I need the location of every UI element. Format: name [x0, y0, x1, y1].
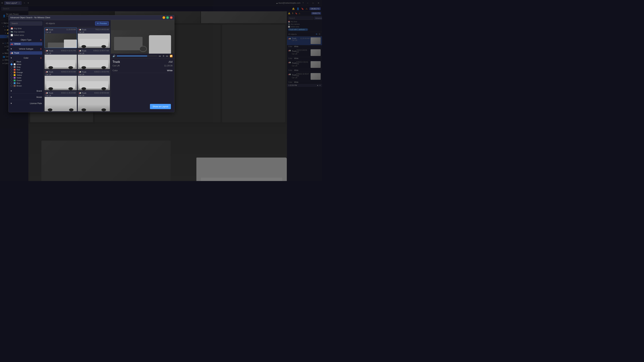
any-time-option[interactable]: 📅 Any time	[10, 27, 42, 30]
color-radio-yellow	[10, 74, 12, 76]
detail-video-controls: 🔊 ⏮ ⏸ ⏭ 🔁	[111, 54, 174, 58]
detail-volume-icon[interactable]: 🔊	[112, 55, 116, 57]
subtype-arrow-icon: ▼	[10, 48, 12, 50]
license-plate-label: License Plate	[30, 102, 42, 105]
detail-progress-bar[interactable]	[117, 56, 157, 56]
color-orange-label: Orange	[16, 71, 23, 73]
detail-video-area	[111, 20, 174, 54]
truck-option[interactable]: 🚛 Truck	[10, 51, 42, 55]
select-area-option[interactable]: ⬜ Select area	[10, 33, 42, 37]
dialog-close-button[interactable]: ✕	[170, 16, 172, 19]
vehicle-label: Vehicle	[14, 43, 21, 45]
color-radio-green	[10, 79, 12, 81]
detail-color-attribute: Color White	[112, 68, 172, 73]
detail-pause-icon[interactable]: ⏸	[162, 55, 165, 57]
advanced-object-search-dialog: Advanced Object Search - Nx Witness Clie…	[8, 15, 174, 112]
dialog-search-area	[10, 21, 42, 25]
color-red[interactable]: Red	[10, 68, 42, 71]
dialog-body: 📅 Any time 📷 Any camera ⬜ Select area	[8, 20, 174, 112]
detail-loop-icon[interactable]: 🔁	[170, 55, 172, 57]
result-header-4: 🚛 Truck 6/30/22 10:49:47 AM	[78, 49, 110, 52]
result-truck-icon-1: 🚛	[46, 28, 48, 31]
color-swatch-brown	[14, 85, 16, 87]
result-item-6[interactable]: 🚛 Truck 6/28/22 1:54:50 PM Car Lift	[78, 70, 110, 90]
detail-step-back-icon[interactable]: ⏮	[159, 55, 161, 57]
object-type-arrow-icon: ▼	[10, 39, 12, 41]
truck-filter-label: Truck	[14, 52, 19, 54]
color-white[interactable]: White	[10, 63, 42, 66]
dialog-overlay: Advanced Object Search - Nx Witness Clie…	[0, 0, 322, 181]
result-item-7[interactable]: 🚛 Truck 6/3/22 11:35:23 AM Car Lift	[44, 91, 77, 111]
dialog-filter-panel: 📅 Any time 📷 Any camera ⬜ Select area	[8, 20, 44, 112]
color-green[interactable]: Green	[10, 79, 42, 82]
dialog-maximize-button[interactable]: □	[166, 16, 169, 19]
result-header-1: 🚛 Truck 11:29:36 AM	[44, 28, 77, 31]
result-truck-icon-2: 🚛	[79, 28, 81, 31]
color-header[interactable]: ▼ Color ✕	[10, 56, 42, 60]
vehicle-option[interactable]: 🚗 Vehicle	[10, 42, 42, 45]
color-swatch-black	[14, 61, 16, 63]
result-item-1[interactable]: 🚛 Truck 11:29:36 AM Car Lift	[44, 28, 77, 48]
detail-step-forward-icon[interactable]: ⏭	[166, 55, 168, 57]
detail-color-value: White	[167, 69, 172, 72]
result-header-7: 🚛 Truck 6/3/22 11:35:23 AM	[44, 91, 77, 95]
object-type-remove-icon[interactable]: ✕	[40, 38, 42, 41]
model-header[interactable]: ▼ Model	[10, 95, 42, 99]
result-item-2[interactable]: 🚛 Truck 7/6/22 8:49:55 AM Car Lift	[78, 28, 110, 48]
any-camera-option[interactable]: 📷 Any camera	[10, 30, 42, 33]
area-select-icon: ⬜	[10, 34, 13, 36]
result-truck-icon-6: 🚛	[79, 71, 81, 73]
model-section: ▼ Model	[10, 95, 42, 100]
result-thumb-6	[78, 76, 110, 90]
result-thumb-7	[44, 97, 77, 111]
vehicle-subtype-header[interactable]: ▼ Vehicle Subtype ✕	[10, 47, 42, 51]
color-brown[interactable]: Brown	[10, 84, 42, 87]
result-header-2: 🚛 Truck 7/6/22 8:49:55 AM	[78, 28, 110, 31]
select-area-label: Select area	[14, 34, 24, 36]
color-black[interactable]: Black	[10, 60, 42, 63]
brand-arrow-icon: ▼	[10, 90, 12, 92]
detail-timestamp-text: 11:29:36	[164, 64, 172, 68]
result-location-2: Car Lift	[78, 31, 110, 33]
result-item-8[interactable]: 🚛 Truck 6/3/22 10:00:58 AM Car Lift	[78, 91, 110, 111]
color-red-label: Red	[16, 69, 20, 71]
dialog-title-text: Advanced Object Search - Nx Witness Clie…	[10, 16, 162, 19]
color-gray[interactable]: Gray	[10, 66, 42, 68]
result-header-6: 🚛 Truck 6/28/22 1:54:50 PM	[78, 70, 110, 73]
brand-header[interactable]: ▼ Brand	[10, 89, 42, 93]
brand-section: ▼ Brand	[10, 88, 42, 94]
result-item-5[interactable]: 🚛 Truck 6/29/22 8:34:43 AM Car Lift	[44, 70, 77, 90]
color-violet[interactable]: Violet	[10, 76, 42, 79]
result-time-7: 6/3/22 11:35:23 AM	[61, 92, 76, 94]
color-radio-gray	[10, 66, 12, 68]
result-location-8: Car Lift	[78, 95, 110, 97]
color-remove-icon[interactable]: ✕	[40, 57, 42, 59]
color-orange[interactable]: Orange	[10, 71, 42, 74]
color-yellow[interactable]: Yellow	[10, 74, 42, 76]
dialog-search-input[interactable]	[10, 21, 42, 25]
eye-icon: 👁	[97, 22, 99, 25]
subtype-remove-icon[interactable]: ✕	[40, 48, 42, 50]
result-header-5: 🚛 Truck 6/29/22 8:34:43 AM	[44, 70, 77, 73]
detail-title-row: Truck AM	[112, 60, 172, 64]
result-item-4[interactable]: 🚛 Truck 6/30/22 10:49:47 AM Car Lift	[78, 49, 110, 69]
result-thumb-5	[44, 76, 77, 90]
preview-button[interactable]: 👁 Preview	[95, 21, 109, 25]
dialog-minimize-button[interactable]: ─	[162, 16, 165, 19]
detail-location-timestamp-row: Car Lift 11:29:36	[112, 64, 172, 68]
license-header[interactable]: ▼ License Plate	[10, 102, 42, 105]
result-item-3[interactable]: 🚛 Truck 6/30/22 4:32:41 PM Car Lift	[44, 49, 77, 69]
color-blue[interactable]: Blue	[10, 82, 42, 84]
show-layout-area: Show on Layout	[111, 101, 174, 112]
subtype-options: 🚛 Truck	[10, 51, 42, 55]
object-type-header[interactable]: ▼ Object Type ✕	[10, 38, 42, 42]
color-swatch-yellow	[14, 74, 16, 76]
result-truck-icon-4: 🚛	[79, 50, 81, 52]
results-panel: 43 objects 👁 Preview 🚛 Truck	[44, 20, 111, 112]
show-on-layout-button[interactable]: Show on Layout	[150, 104, 171, 109]
result-time-6: 6/28/22 1:54:50 PM	[94, 71, 109, 73]
filter-any-time: 📅 Any time 📷 Any camera ⬜ Select area	[10, 27, 42, 37]
vehicle-icon: 🚗	[10, 43, 13, 45]
object-type-section: ▼ Object Type ✕ 🚗 Vehicle	[10, 38, 42, 46]
model-label: Model	[36, 96, 42, 98]
